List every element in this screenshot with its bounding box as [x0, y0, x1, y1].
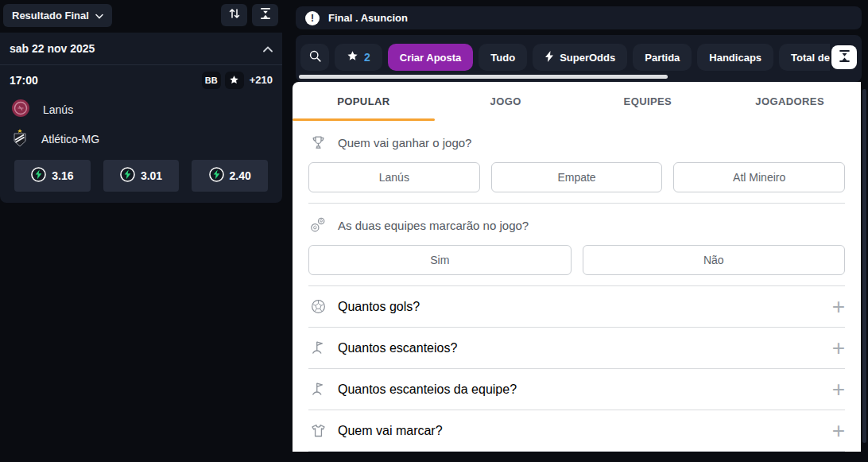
- odds-value: 3.16: [52, 169, 73, 182]
- market-filter-dropdown[interactable]: Resultado Final: [3, 4, 112, 27]
- sidebar-toolbar: Resultado Final: [3, 3, 278, 27]
- home-team-row[interactable]: Lanús: [0, 95, 282, 124]
- active-tab-underline: [293, 118, 435, 121]
- filter-chip-label: Criar Aposta: [400, 52, 462, 64]
- market-filters-bar: 2 Criar ApostaTudoSuperOddsPartidaHandic…: [296, 35, 862, 82]
- option-button[interactable]: Sim: [308, 245, 572, 275]
- market-question: Quantos gols?: [338, 300, 822, 314]
- betting-app: Resultado Final: [0, 0, 868, 462]
- market-question: Quem vai marcar?: [338, 424, 822, 438]
- filter-chip-label: Total de gols: [791, 52, 830, 64]
- expand-plus-icon[interactable]: +: [832, 340, 845, 356]
- market-question: Quem vai ganhar o jogo?: [338, 136, 471, 149]
- main-area: ! Final . Asuncion 2: [293, 0, 868, 462]
- market-question: Quantos escanteios da equipe?: [338, 382, 822, 397]
- favorite-star-badge[interactable]: [225, 72, 244, 89]
- filter-chip[interactable]: Criar Aposta: [388, 44, 474, 71]
- away-team-name: Atlético-MG: [41, 133, 99, 146]
- tab-equipes[interactable]: EQUIPES: [577, 82, 719, 121]
- section-divider: [308, 451, 845, 452]
- vertical-scrollbar[interactable]: [862, 89, 866, 443]
- two-balls-icon: [308, 215, 327, 235]
- lanus-logo: [11, 99, 30, 120]
- search-icon: [308, 49, 322, 65]
- option-row: LanúsEmpateAtl Mineiro: [308, 162, 845, 192]
- option-button[interactable]: Não: [583, 245, 846, 275]
- chevron-down-icon: [95, 10, 103, 21]
- match-card: sab 22 nov 2025 17:00 BB +210: [0, 33, 282, 203]
- trophy-icon: [308, 133, 327, 152]
- tab-popular[interactable]: POPULAR: [293, 82, 435, 121]
- sort-icon: [228, 7, 241, 23]
- shirt-icon: [308, 421, 327, 441]
- search-button[interactable]: [300, 44, 329, 71]
- odds-button[interactable]: 3.16: [14, 160, 91, 192]
- filter-chip[interactable]: SuperOdds: [533, 44, 627, 71]
- date-label: sab 22 nov 2025: [10, 42, 95, 55]
- match-time: 17:00: [10, 74, 198, 87]
- chevron-up-icon: [263, 42, 273, 55]
- filter-chip[interactable]: Partida: [633, 44, 692, 71]
- market-question: Quantos escanteios?: [338, 341, 822, 355]
- filter-chip[interactable]: Tudo: [479, 44, 527, 71]
- home-team-name: Lanús: [43, 103, 73, 116]
- odds-value: 2.40: [230, 169, 251, 182]
- lightning-icon: [544, 51, 554, 64]
- away-team-row[interactable]: Atlético-MG: [0, 124, 282, 153]
- collapse-icon: [259, 7, 272, 23]
- collapse-all-markets-button[interactable]: [831, 45, 857, 69]
- market-tabs: POPULARJOGOEQUIPESJOGADORES: [293, 82, 861, 121]
- date-group-header[interactable]: sab 22 nov 2025: [0, 33, 282, 65]
- filter-chip[interactable]: Total de gols: [779, 44, 830, 71]
- horizontal-scrollbar[interactable]: [299, 75, 668, 79]
- expand-plus-icon[interactable]: +: [832, 299, 845, 315]
- market-section-expanded: Quem vai ganhar o jogo?LanúsEmpateAtl Mi…: [308, 121, 845, 192]
- option-button[interactable]: Atl Mineiro: [673, 162, 845, 192]
- event-header: ! Final . Asuncion: [296, 6, 862, 29]
- market-section-collapsed[interactable]: Quantos gols?+: [308, 286, 845, 327]
- filter-chip[interactable]: Handicaps: [697, 44, 773, 71]
- market-filter-label: Resultado Final: [12, 10, 89, 21]
- market-section-header: Quem vai ganhar o jogo?: [308, 133, 845, 152]
- market-question: As duas equipes marcarão no jogo?: [338, 219, 529, 232]
- market-sections: Quem vai ganhar o jogo?LanúsEmpateAtl Mi…: [293, 121, 861, 452]
- sort-button[interactable]: [221, 4, 247, 26]
- sidebar: Resultado Final: [0, 0, 283, 462]
- odds-button[interactable]: 2.40: [192, 160, 268, 192]
- bet-builder-badge: BB: [202, 72, 221, 89]
- bolt-circle-icon: [31, 167, 46, 184]
- filter-chip-label: Tudo: [490, 52, 515, 64]
- filter-chip-label: Partida: [645, 52, 680, 64]
- market-section-header: As duas equipes marcarão no jogo?: [308, 215, 845, 235]
- bolt-circle-icon: [209, 167, 224, 184]
- favorites-count: 2: [364, 51, 370, 64]
- expand-plus-icon[interactable]: +: [832, 382, 845, 398]
- collapse-icon: [838, 49, 851, 66]
- tab-jogo[interactable]: JOGO: [435, 82, 577, 121]
- filter-chip-label: Handicaps: [709, 52, 761, 64]
- event-title: Final . Asuncion: [328, 12, 408, 24]
- favorites-chip[interactable]: 2: [335, 44, 382, 71]
- market-section-expanded: As duas equipes marcarão no jogo?SimNão: [308, 204, 845, 275]
- option-button[interactable]: Lanús: [308, 162, 480, 192]
- odds-value: 3.01: [141, 169, 162, 182]
- market-section-collapsed[interactable]: Quem vai marcar?+: [308, 410, 845, 451]
- market-section-collapsed[interactable]: Quantos escanteios?+: [308, 328, 845, 368]
- filter-chip-label: SuperOdds: [560, 52, 615, 64]
- boost-odds-label: +210: [250, 74, 273, 86]
- corner-flag-icon: [308, 339, 327, 358]
- match-meta-row: 17:00 BB +210: [0, 65, 282, 95]
- odds-button[interactable]: 3.01: [103, 160, 180, 192]
- soccer-ball-icon: [308, 297, 327, 316]
- option-button[interactable]: Empate: [491, 162, 663, 192]
- info-alert-icon: !: [305, 11, 320, 25]
- collapse-all-sidebar-button[interactable]: [252, 4, 278, 26]
- tab-jogadores[interactable]: JOGADORES: [719, 82, 861, 121]
- markets-panel: POPULARJOGOEQUIPESJOGADORES Quem vai gan…: [293, 82, 861, 452]
- atletico-mg-logo: [11, 128, 29, 149]
- odds-row: 3.163.012.40: [0, 153, 282, 196]
- market-section-collapsed[interactable]: Quantos escanteios da equipe?+: [308, 369, 845, 410]
- expand-plus-icon[interactable]: +: [832, 423, 845, 439]
- option-row: SimNão: [308, 245, 845, 275]
- bolt-circle-icon: [120, 167, 135, 184]
